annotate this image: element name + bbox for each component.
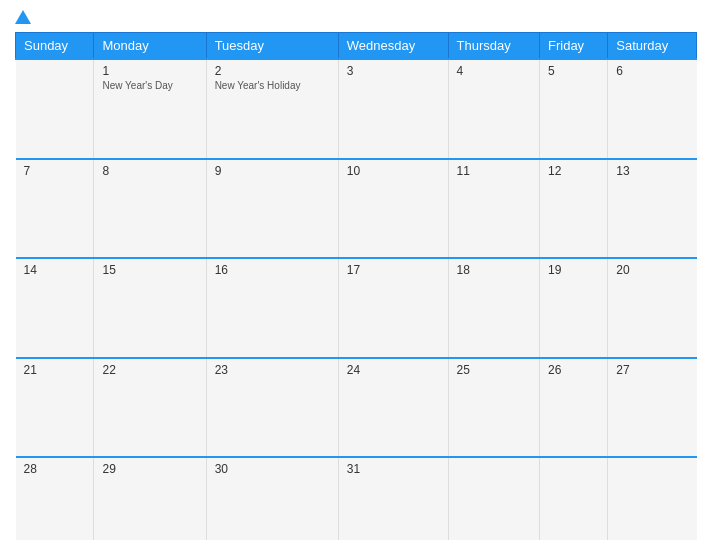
day-number: 27 <box>616 363 688 377</box>
calendar-cell <box>540 457 608 540</box>
week-row-3: 21222324252627 <box>16 358 697 458</box>
day-number: 6 <box>616 64 688 78</box>
calendar-header <box>15 10 697 24</box>
day-number: 11 <box>457 164 531 178</box>
calendar-cell: 29 <box>94 457 206 540</box>
day-number: 5 <box>548 64 599 78</box>
day-number: 24 <box>347 363 440 377</box>
day-number: 20 <box>616 263 688 277</box>
day-number: 31 <box>347 462 440 476</box>
calendar-cell: 8 <box>94 159 206 259</box>
calendar-cell: 19 <box>540 258 608 358</box>
day-number: 22 <box>102 363 197 377</box>
calendar-cell: 30 <box>206 457 338 540</box>
calendar-cell: 12 <box>540 159 608 259</box>
calendar-cell: 27 <box>608 358 697 458</box>
calendar-cell: 24 <box>338 358 448 458</box>
calendar-cell: 22 <box>94 358 206 458</box>
week-row-4: 28293031 <box>16 457 697 540</box>
calendar-cell: 31 <box>338 457 448 540</box>
calendar-cell: 5 <box>540 59 608 159</box>
calendar-cell: 4 <box>448 59 539 159</box>
day-number: 19 <box>548 263 599 277</box>
calendar-cell <box>448 457 539 540</box>
calendar-cell <box>16 59 94 159</box>
day-number: 12 <box>548 164 599 178</box>
day-number: 25 <box>457 363 531 377</box>
calendar-cell: 23 <box>206 358 338 458</box>
calendar-cell: 10 <box>338 159 448 259</box>
calendar-cell: 20 <box>608 258 697 358</box>
day-number: 4 <box>457 64 531 78</box>
calendar-cell: 17 <box>338 258 448 358</box>
weekday-header-monday: Monday <box>94 33 206 60</box>
calendar-cell: 18 <box>448 258 539 358</box>
weekday-header-friday: Friday <box>540 33 608 60</box>
calendar-cell: 11 <box>448 159 539 259</box>
weekday-header-thursday: Thursday <box>448 33 539 60</box>
logo <box>15 10 33 24</box>
day-number: 7 <box>24 164 86 178</box>
day-number: 10 <box>347 164 440 178</box>
calendar-cell: 1New Year's Day <box>94 59 206 159</box>
calendar-cell: 3 <box>338 59 448 159</box>
day-number: 3 <box>347 64 440 78</box>
calendar-event: New Year's Holiday <box>215 80 330 91</box>
weekday-header-row: SundayMondayTuesdayWednesdayThursdayFrid… <box>16 33 697 60</box>
day-number: 30 <box>215 462 330 476</box>
day-number: 23 <box>215 363 330 377</box>
calendar-cell <box>608 457 697 540</box>
logo-blue-text <box>15 10 33 24</box>
day-number: 14 <box>24 263 86 277</box>
day-number: 28 <box>24 462 86 476</box>
calendar-cell: 28 <box>16 457 94 540</box>
day-number: 9 <box>215 164 330 178</box>
calendar-cell: 9 <box>206 159 338 259</box>
logo-triangle-icon <box>15 10 31 24</box>
day-number: 29 <box>102 462 197 476</box>
calendar-cell: 25 <box>448 358 539 458</box>
weekday-header-wednesday: Wednesday <box>338 33 448 60</box>
day-number: 1 <box>102 64 197 78</box>
week-row-0: 1New Year's Day2New Year's Holiday3456 <box>16 59 697 159</box>
day-number: 16 <box>215 263 330 277</box>
calendar-cell: 16 <box>206 258 338 358</box>
calendar-cell: 14 <box>16 258 94 358</box>
day-number: 2 <box>215 64 330 78</box>
day-number: 26 <box>548 363 599 377</box>
week-row-2: 14151617181920 <box>16 258 697 358</box>
calendar-event: New Year's Day <box>102 80 197 91</box>
calendar-container: SundayMondayTuesdayWednesdayThursdayFrid… <box>0 0 712 550</box>
day-number: 17 <box>347 263 440 277</box>
day-number: 21 <box>24 363 86 377</box>
day-number: 13 <box>616 164 688 178</box>
day-number: 15 <box>102 263 197 277</box>
calendar-cell: 15 <box>94 258 206 358</box>
calendar-cell: 6 <box>608 59 697 159</box>
weekday-header-saturday: Saturday <box>608 33 697 60</box>
calendar-cell: 21 <box>16 358 94 458</box>
weekday-header-sunday: Sunday <box>16 33 94 60</box>
calendar-cell: 2New Year's Holiday <box>206 59 338 159</box>
weekday-header-tuesday: Tuesday <box>206 33 338 60</box>
calendar-cell: 7 <box>16 159 94 259</box>
calendar-cell: 26 <box>540 358 608 458</box>
day-number: 8 <box>102 164 197 178</box>
day-number: 18 <box>457 263 531 277</box>
calendar-table: SundayMondayTuesdayWednesdayThursdayFrid… <box>15 32 697 540</box>
calendar-cell: 13 <box>608 159 697 259</box>
week-row-1: 78910111213 <box>16 159 697 259</box>
